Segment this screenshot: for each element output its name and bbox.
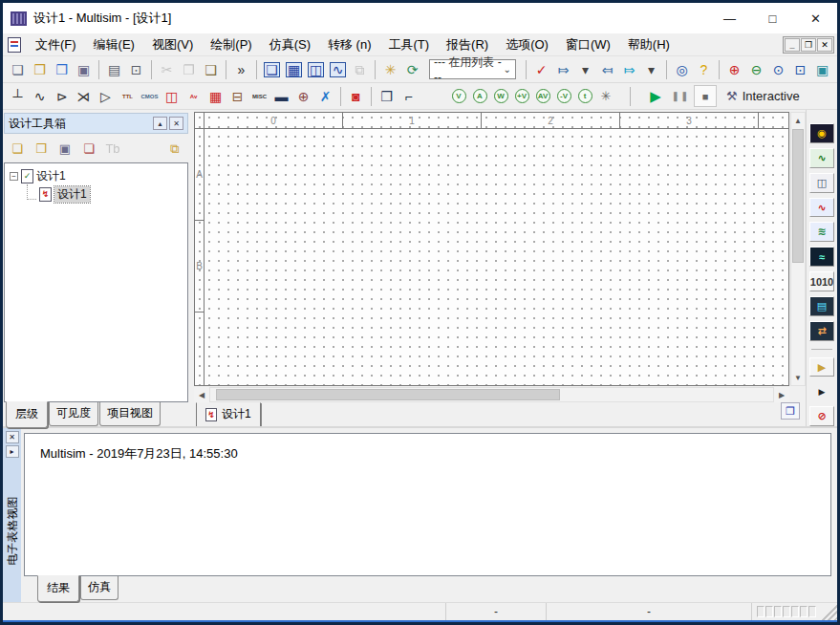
digital-components-button[interactable]: ◫ — [161, 85, 183, 107]
child-minimize-button[interactable]: _ — [785, 38, 800, 52]
toolbox-text-button[interactable]: Tb — [102, 138, 123, 159]
forward-annotate-button[interactable]: ⤇ — [618, 58, 640, 80]
print-preview-button[interactable]: ⊡ — [125, 58, 147, 80]
child-restore-button[interactable]: ❐ — [801, 38, 816, 52]
in-use-list-combobox[interactable]: --- 在用列表 --- ⌄ — [429, 59, 516, 79]
menu-edit[interactable]: 编辑(E) — [85, 33, 143, 56]
menu-window[interactable]: 窗口(W) — [557, 33, 619, 56]
resize-grip[interactable] — [820, 603, 837, 620]
toolbox-open-button[interactable]: ❒ — [31, 138, 52, 159]
minimize-button[interactable]: — — [708, 3, 751, 33]
sheet-tab-design1[interactable]: ↯ 设计1 — [196, 402, 261, 427]
maximize-button[interactable]: □ — [751, 3, 794, 33]
mixed-components-button[interactable]: Av — [183, 85, 205, 107]
zoom-in-button[interactable]: ⊕ — [723, 58, 745, 80]
stop-simulation-button[interactable]: ■ — [694, 85, 717, 107]
source-components-button[interactable]: ┴ — [7, 85, 29, 107]
scroll-left-icon[interactable]: ◀ — [194, 387, 209, 402]
diode-components-button[interactable]: ⊳ — [51, 85, 73, 107]
logic-analyzer-button[interactable]: ▤ — [809, 296, 834, 316]
interactive-mode-label[interactable]: Interactive — [743, 89, 800, 103]
tab-hierarchy[interactable]: 层级 — [6, 401, 48, 428]
hierarchy-button[interactable]: ⧉ — [349, 58, 371, 80]
probe-voltage-current-button[interactable]: AV — [532, 86, 553, 107]
menu-options[interactable]: 选项(O) — [497, 33, 557, 56]
child-close-button[interactable]: ✕ — [817, 38, 832, 52]
function-generator-button[interactable]: ∿ — [809, 148, 834, 168]
rf-components-button[interactable]: ⊕ — [292, 85, 314, 107]
ttl-components-button[interactable]: TTL — [117, 85, 139, 107]
oscilloscope-button[interactable]: ∿ — [809, 198, 834, 218]
transfer-ultiboard-dropdown[interactable]: ▾ — [574, 58, 596, 80]
save-button[interactable]: ▣ — [73, 58, 95, 80]
wattmeter-button[interactable]: ◫ — [809, 173, 834, 193]
menu-tools[interactable]: 工具(T) — [379, 33, 438, 56]
copy-button[interactable]: ❐ — [178, 58, 200, 80]
find-button[interactable]: ◎ — [671, 58, 693, 80]
transistor-components-button[interactable]: ⋊ — [73, 85, 95, 107]
analog-components-button[interactable]: ▷ — [95, 85, 117, 107]
zoom-page-button[interactable]: ⊙ — [767, 58, 789, 80]
probe-power-button[interactable]: W — [490, 86, 511, 107]
scroll-down-icon[interactable]: ▼ — [791, 370, 805, 385]
hierarchical-block-button[interactable]: ❒ — [376, 85, 398, 107]
tab-results[interactable]: 结果 — [37, 575, 79, 602]
basic-components-button[interactable]: ∿ — [29, 85, 51, 107]
ni-components-button[interactable]: ◙ — [345, 85, 367, 107]
labview-instrument-button[interactable]: ▶ — [809, 357, 834, 377]
tree-root-row[interactable]: − ✓ 设计1 — [7, 167, 185, 185]
results-pane[interactable]: Multisim - 2019年7月23日, 14:55:30 — [24, 433, 831, 576]
menu-help[interactable]: 帮助(H) — [619, 33, 678, 56]
menu-file[interactable]: 文件(F) — [27, 33, 85, 56]
menu-place[interactable]: 绘制(P) — [202, 33, 260, 56]
probe-current-button[interactable]: A — [469, 86, 490, 107]
menu-reports[interactable]: 报告(R) — [438, 33, 497, 56]
scroll-right-icon[interactable]: ▶ — [774, 387, 789, 402]
help-button[interactable]: ? — [693, 58, 715, 80]
zoom-out-button[interactable]: ⊖ — [745, 58, 767, 80]
toolbox-save-button[interactable]: ▣ — [54, 138, 75, 159]
electromechanical-components-button[interactable]: ✗ — [314, 85, 336, 107]
horizontal-scrollbar[interactable]: ◀ ▶ — [194, 387, 806, 402]
document-icon[interactable] — [8, 37, 21, 53]
word-generator-button[interactable]: 1010 — [809, 271, 834, 291]
probe-voltage-ref-button[interactable]: +V — [511, 86, 532, 107]
misc-components-button[interactable]: MISC — [248, 85, 270, 107]
transfer-ultiboard-button[interactable]: ⤇ — [552, 58, 574, 80]
menu-view[interactable]: 视图(V) — [143, 33, 202, 56]
forward-annotate-dropdown[interactable]: ▾ — [640, 58, 662, 80]
zoom-area-button[interactable]: ⊡ — [789, 58, 811, 80]
vertical-scrollbar[interactable]: ▲ ▼ — [790, 112, 806, 386]
spreadsheet-close-button[interactable]: ✕ — [6, 431, 19, 443]
toggle-database-view[interactable]: ◫ — [305, 58, 327, 80]
cmos-components-button[interactable]: CMOS — [139, 85, 161, 107]
probe-digital-button[interactable]: t — [574, 86, 595, 107]
tab-visibility[interactable]: 可见度 — [49, 402, 98, 426]
toggle-spreadsheet-view[interactable]: ▦ — [283, 58, 305, 80]
open-file-button[interactable]: ❒ — [29, 58, 51, 80]
tree-root-label[interactable]: 设计1 — [36, 168, 66, 184]
schematic-sheet[interactable]: 01234 AB — [194, 112, 789, 386]
probe-settings-button[interactable]: ✳ — [595, 86, 616, 107]
toggle-design-toolbox[interactable]: ❏ — [261, 58, 283, 80]
probe-voltage-neg-button[interactable]: -V — [553, 86, 574, 107]
power-components-button[interactable]: ⊟ — [226, 85, 248, 107]
paste-button[interactable]: ❑ — [200, 58, 222, 80]
menu-simulate[interactable]: 仿真(S) — [261, 33, 319, 56]
scroll-up-icon[interactable]: ▲ — [791, 113, 805, 128]
spreadsheet-expand-button[interactable]: ▸ — [6, 445, 19, 458]
pause-simulation-button[interactable]: ❚❚ — [669, 85, 692, 107]
logic-converter-button[interactable]: ⇄ — [809, 321, 834, 341]
erc-check-button[interactable]: ✓ — [530, 58, 552, 80]
multimeter-button[interactable]: ◉ — [809, 123, 834, 143]
vertical-scroll-thumb[interactable] — [792, 129, 804, 263]
create-component-button[interactable]: ✳ — [379, 58, 401, 80]
tree-child-row[interactable]: ↯ 设计1 — [20, 185, 185, 204]
database-manager-button[interactable]: ⟳ — [401, 58, 423, 80]
menu-transfer[interactable]: 转移 (n) — [319, 33, 380, 56]
toolbox-new-button[interactable]: ❏ — [7, 138, 28, 159]
close-button[interactable]: ✕ — [794, 3, 837, 33]
tree-expander[interactable]: − — [10, 172, 18, 181]
probe-voltage-button[interactable]: V — [448, 86, 469, 107]
peripherals-components-button[interactable]: ▬ — [270, 85, 292, 107]
